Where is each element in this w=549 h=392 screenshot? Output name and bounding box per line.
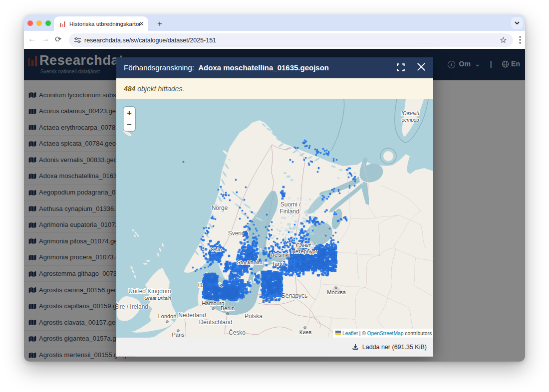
svg-text:Norge: Norge — [212, 204, 228, 211]
svg-text:Helsinki: Helsinki — [271, 252, 290, 258]
svg-text:Санкт-: Санкт- — [296, 242, 313, 248]
svg-text:Stockholm: Stockholm — [237, 259, 262, 265]
svg-text:Южный: Южный — [401, 111, 419, 116]
svg-text:−: − — [127, 120, 132, 130]
svg-text:Москва: Москва — [327, 289, 346, 295]
svg-text:Deutschland: Deutschland — [199, 319, 233, 326]
svg-text:Петербург: Петербург — [291, 248, 317, 254]
svg-text:London: London — [158, 313, 177, 319]
svg-text:Oslo: Oslo — [211, 246, 222, 252]
svg-text:остров: остров — [401, 117, 419, 123]
svg-text:Polska: Polska — [245, 313, 263, 320]
svg-text:Suomi /: Suomi / — [280, 201, 301, 208]
svg-text:United Kingdom: United Kingdom — [128, 288, 171, 295]
svg-text:Éire / Ireland: Éire / Ireland — [116, 303, 148, 310]
svg-text:Leaflet | © OpenStreetMap cont: Leaflet | © OpenStreetMap contributors — [342, 331, 432, 336]
svg-text:Nederland: Nederland — [178, 312, 206, 319]
svg-text:Киев: Киев — [299, 329, 312, 335]
svg-text:Tartu: Tartu — [272, 261, 284, 267]
svg-text:Great Britain: Great Britain — [144, 295, 171, 301]
svg-text:Berlin: Berlin — [221, 305, 235, 311]
svg-text:+: + — [127, 108, 132, 118]
svg-text:Paris: Paris — [172, 332, 185, 338]
svg-text:Finland: Finland — [279, 208, 299, 215]
svg-text:Беларусь: Беларусь — [281, 292, 307, 299]
svg-text:Česko: Česko — [229, 329, 246, 336]
